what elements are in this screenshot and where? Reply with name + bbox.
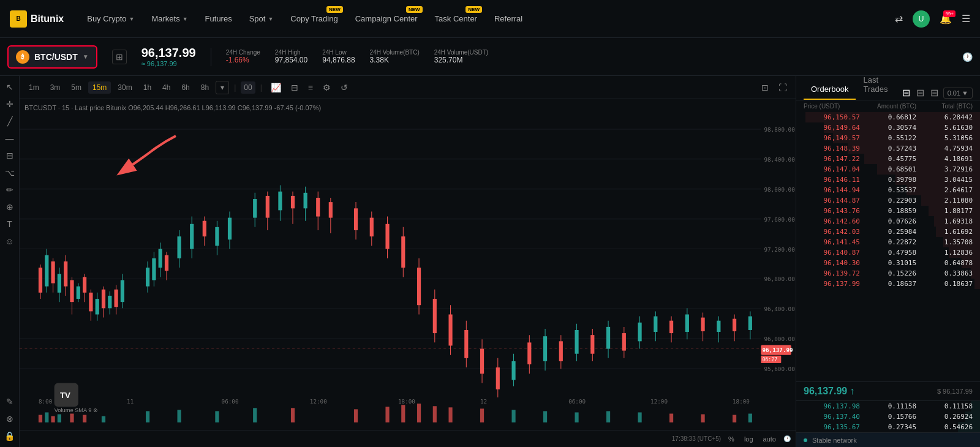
campaign-center-badge: NEW: [406, 6, 423, 13]
compare-icon[interactable]: ≡: [304, 81, 317, 94]
sell-order-row[interactable]: 96,141.45 0.22872 1.35708: [796, 237, 980, 247]
sell-order-row[interactable]: 96,147.04 0.68501 3.72916: [796, 164, 980, 175]
refresh-icon[interactable]: ↺: [337, 81, 352, 94]
sell-order-row[interactable]: 96,149.64 0.30574 5.61630: [796, 122, 980, 133]
cursor-tool-icon[interactable]: ↖: [4, 80, 16, 94]
crosshair-tool-icon[interactable]: ✛: [4, 97, 16, 111]
sell-order-row[interactable]: 96,143.76 0.18859 1.88177: [796, 206, 980, 216]
ob-view-buy-icon[interactable]: ⊟: [929, 86, 940, 100]
svg-text:TV: TV: [60, 391, 70, 400]
logo[interactable]: B Bitunix: [10, 10, 64, 28]
nav-campaign-center[interactable]: Campaign Center NEW: [347, 0, 426, 38]
tf-3m[interactable]: 3m: [46, 81, 65, 94]
ob-precision-selector[interactable]: 0.01 ▼: [943, 88, 973, 99]
nav-buy-crypto[interactable]: Buy Crypto ▼: [78, 0, 143, 38]
sell-order-row[interactable]: 96,144.87 0.22903 2.11080: [796, 195, 980, 206]
layout-icon[interactable]: ⊞: [112, 50, 127, 64]
tf-1h[interactable]: 1h: [139, 81, 156, 94]
buy-order-row[interactable]: 96,135.67 0.27345 0.54626: [796, 422, 980, 432]
sell-order-row[interactable]: 96,140.30 0.31015 0.64878: [796, 258, 980, 268]
magnet-icon[interactable]: ⊗: [4, 411, 16, 426]
user-avatar[interactable]: U: [913, 10, 930, 28]
ob-col-total-header: Total (BTC): [916, 103, 973, 110]
line-tool-icon[interactable]: ╱: [5, 114, 15, 129]
tf-4h[interactable]: 4h: [158, 81, 175, 94]
sell-order-row[interactable]: 96,140.87 0.47958 1.12836: [796, 247, 980, 258]
fullscreen-icon[interactable]: ⛶: [775, 81, 791, 94]
current-price: 96,137.99: [141, 46, 196, 60]
tf-more[interactable]: ▾: [216, 81, 229, 94]
svg-rect-146: [102, 416, 105, 423]
svg-rect-144: [70, 414, 74, 423]
mid-price-arrow-icon: ↑: [850, 386, 854, 397]
tf-8h[interactable]: 8h: [197, 81, 213, 94]
tf-1m[interactable]: 1m: [24, 81, 43, 94]
right-panel: Orderbook Last Trades ⊟ ⊟ ⊟ 0.01 ▼ Price…: [796, 76, 980, 447]
spot-arrow-icon: ▼: [268, 16, 273, 22]
clock-icon[interactable]: 🕐: [962, 52, 973, 62]
sell-order-row[interactable]: 96,144.94 0.53537 2.64617: [796, 185, 980, 195]
sell-order-row[interactable]: 96,137.99 0.18637 0.18637: [796, 279, 980, 289]
tf-15m[interactable]: 15m: [88, 81, 111, 94]
right-panel-tabs: Orderbook Last Trades ⊟ ⊟ ⊟ 0.01 ▼: [796, 76, 980, 100]
ob-view-both-icon[interactable]: ⊟: [901, 86, 911, 100]
transfer-icon[interactable]: ⇄: [895, 13, 903, 24]
sell-order-row[interactable]: 96,146.11 0.39798 3.04415: [796, 175, 980, 185]
lock-icon[interactable]: 🔒: [2, 429, 17, 443]
settings-icon[interactable]: ⚙: [319, 81, 334, 94]
svg-rect-157: [448, 407, 452, 422]
nav-copy-trading[interactable]: Copy Trading NEW: [282, 0, 346, 38]
buy-order-row[interactable]: 96,137.40 0.15766 0.26924: [796, 411, 980, 422]
tf-6h[interactable]: 6h: [177, 81, 194, 94]
chart-clock-icon[interactable]: 🕐: [783, 435, 791, 442]
tf-00[interactable]: 00: [241, 81, 255, 94]
tab-orderbook[interactable]: Orderbook: [804, 80, 856, 100]
line-chart-icon[interactable]: 📈: [267, 81, 285, 94]
tf-5m[interactable]: 5m: [67, 81, 86, 94]
nav-markets[interactable]: Markets ▼: [143, 0, 196, 38]
svg-rect-151: [291, 408, 295, 422]
log-toggle[interactable]: log: [742, 435, 756, 443]
svg-text:95,600.00: 95,600.00: [764, 366, 794, 372]
task-center-badge: NEW: [466, 6, 482, 13]
pair-name: BTC/USDT: [34, 52, 78, 62]
sell-order-row[interactable]: 96,142.60 0.07626 1.69318: [796, 216, 980, 227]
sell-order-row[interactable]: 96,142.03 0.25984 1.61692: [796, 227, 980, 237]
horizontal-line-icon[interactable]: —: [3, 131, 17, 146]
svg-text:98,000.00: 98,000.00: [764, 186, 794, 193]
measure-tool-icon[interactable]: ⊕: [4, 200, 16, 214]
tf-30m[interactable]: 30m: [113, 81, 136, 94]
chart-timestamp: 17:38:33 (UTC+5): [672, 435, 721, 442]
pair-selector[interactable]: ₿ BTC/USDT ▼: [7, 45, 97, 69]
hamburger-menu-icon[interactable]: ☰: [962, 13, 970, 24]
sell-order-row[interactable]: 96,147.22 0.45775 4.18691: [796, 154, 980, 164]
text-tool-icon[interactable]: T: [4, 217, 15, 231]
pencil-icon[interactable]: ✎: [4, 394, 16, 409]
orderbook-view-icons: ⊟ ⊟ ⊟ 0.01 ▼: [901, 86, 973, 100]
svg-rect-149: [215, 411, 219, 422]
nav-spot[interactable]: Spot ▼: [241, 0, 282, 38]
svg-rect-162: [606, 411, 610, 422]
orderbook-mid-price: 96,137.99 ↑ $ 96,137.99: [796, 381, 980, 401]
fibonacci-icon[interactable]: ⌥: [2, 165, 17, 180]
logo-icon: B: [10, 10, 27, 28]
auto-toggle[interactable]: auto: [761, 435, 778, 443]
tab-last-trades[interactable]: Last Trades: [856, 70, 900, 100]
svg-text:06:00: 06:00: [568, 398, 586, 405]
brush-tool-icon[interactable]: ✏: [4, 182, 16, 197]
sell-order-row[interactable]: 96,149.57 0.55122 5.31056: [796, 133, 980, 143]
bar-chart-icon[interactable]: ⊟: [287, 81, 302, 94]
nav-futures[interactable]: Futures: [197, 0, 241, 38]
buy-order-row[interactable]: 96,137.98 0.11158 0.11158: [796, 401, 980, 411]
ob-view-sell-icon[interactable]: ⊟: [915, 86, 925, 100]
expand-icon[interactable]: ⊡: [758, 81, 772, 94]
percent-toggle[interactable]: %: [726, 435, 737, 443]
sell-order-row[interactable]: 96,139.72 0.15226 0.33863: [796, 268, 980, 279]
nav-task-center[interactable]: Task Center NEW: [426, 0, 486, 38]
parallel-channel-icon[interactable]: ⊟: [4, 148, 16, 163]
svg-text:12:00: 12:00: [310, 398, 327, 405]
nav-referral[interactable]: Referral: [486, 0, 531, 38]
sell-order-row[interactable]: 96,150.57 0.66812 6.28442: [796, 112, 980, 122]
emoji-tool-icon[interactable]: ☺: [2, 234, 16, 249]
sell-order-row[interactable]: 96,148.39 0.57243 4.75934: [796, 143, 980, 154]
